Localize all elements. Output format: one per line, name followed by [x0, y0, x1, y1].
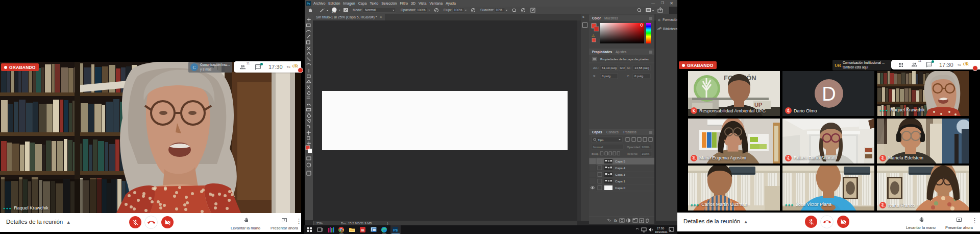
svg-text:Trazados: Trazados	[623, 130, 637, 134]
svg-text:Capa 1: Capa 1	[615, 179, 626, 183]
svg-text:Opacidad:: Opacidad:	[401, 8, 416, 12]
svg-text:Capas: Capas	[592, 130, 602, 134]
svg-text:Flujo:: Flujo:	[444, 8, 452, 12]
svg-text:Propiedades de la capa de píxe: Propiedades de la capa de píxeles	[600, 57, 649, 61]
svg-text:100%: 100%	[417, 8, 426, 12]
svg-text:Normal: Normal	[365, 8, 376, 12]
svg-text:0 pulg.: 0 pulg.	[634, 74, 644, 78]
svg-text:GO: GO	[620, 66, 625, 69]
svg-text:Canales: Canales	[606, 130, 619, 134]
svg-text:Color: Color	[592, 16, 601, 20]
svg-text:100%: 100%	[642, 152, 650, 155]
svg-text:fx: fx	[614, 219, 618, 222]
svg-text:Normal: Normal	[593, 146, 603, 149]
svg-text:Ajustes: Ajustes	[616, 50, 627, 54]
svg-text:Bloq.:: Bloq.:	[592, 152, 600, 155]
svg-text:m: m	[361, 228, 364, 232]
svg-text:An.:: An.:	[593, 66, 599, 69]
svg-text:X:: X:	[593, 74, 596, 78]
svg-text:Capa 0: Capa 0	[615, 186, 626, 190]
svg-text:Modo:: Modo:	[353, 8, 362, 12]
svg-text:Capa 5: Capa 5	[615, 159, 626, 163]
svg-text:17:30: 17:30	[657, 227, 664, 230]
svg-text:Ps: Ps	[394, 228, 398, 232]
svg-text:Capa 4: Capa 4	[615, 166, 626, 170]
svg-text:100%: 100%	[454, 8, 462, 12]
svg-text:Opacidad:: Opacidad:	[627, 146, 641, 149]
svg-text:10/2/2021: 10/2/2021	[655, 230, 668, 233]
svg-text:14,58 pulg: 14,58 pulg	[634, 66, 649, 69]
svg-text:Propiedades: Propiedades	[592, 50, 612, 54]
svg-text:10%: 10%	[496, 8, 502, 12]
svg-text:Capa 3: Capa 3	[615, 173, 626, 176]
svg-text:Al.:: Al.:	[627, 66, 631, 69]
svg-text:0 pulg.: 0 pulg.	[602, 74, 611, 78]
svg-text:⚠: ⚠	[592, 34, 595, 37]
svg-text:Suavizar:: Suavizar:	[480, 8, 494, 12]
svg-text:100%: 100%	[642, 146, 650, 149]
svg-text:Tipo: Tipo	[598, 138, 604, 142]
svg-text:Muestras: Muestras	[604, 16, 618, 20]
svg-text:Relleno:: Relleno:	[627, 152, 638, 155]
svg-text:61,19 pulg: 61,19 pulg	[602, 66, 617, 69]
svg-text:D: D	[822, 83, 836, 105]
svg-text:Y:: Y:	[627, 74, 630, 78]
